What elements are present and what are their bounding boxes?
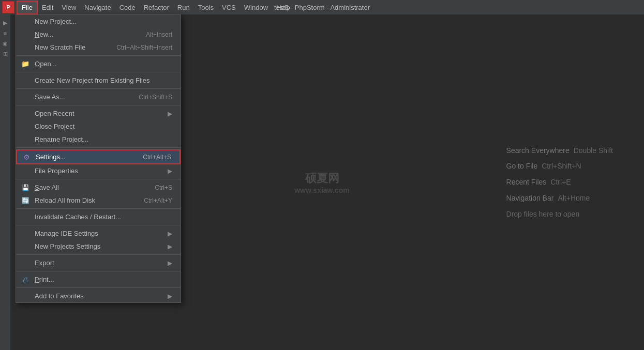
hint-drop-files: Drop files here to open: [506, 206, 613, 222]
sep1: [16, 55, 181, 56]
menu-settings[interactable]: ⚙ Settings... Ctrl+Alt+S: [16, 149, 181, 164]
hint-goto-file-key: Ctrl+Shift+N: [542, 158, 581, 174]
menu-print[interactable]: 🖨 Print...: [16, 273, 181, 286]
menu-create-from-existing-label: Create New Project from Existing Files: [35, 77, 172, 84]
sep3: [16, 88, 181, 89]
menu-edit[interactable]: Edit: [38, 2, 57, 13]
toolbar-icon-2[interactable]: ≡: [1, 29, 9, 37]
menu-rename-project-label: Rename Project...: [35, 135, 172, 143]
print-icon: 🖨: [21, 276, 29, 284]
gear-icon: ⚙: [22, 153, 31, 161]
menu-save-as-shortcut: Ctrl+Shift+S: [139, 94, 172, 101]
menu-add-to-favorites[interactable]: Add to Favorites ▶: [16, 290, 181, 302]
menu-open[interactable]: 📁 Open...: [16, 57, 181, 70]
menubar: P File Edit View Navigate Code Refactor …: [0, 0, 644, 14]
menu-print-label: Print...: [35, 276, 172, 283]
hint-recent-files: Recent Files Ctrl+E: [506, 174, 613, 190]
app-logo: P: [2, 1, 14, 13]
menu-open-label: Open...: [35, 60, 172, 68]
menu-export-label: Export: [35, 259, 168, 267]
menu-manage-ide-settings[interactable]: Manage IDE Settings ▶: [16, 227, 181, 240]
sep6: [16, 179, 181, 179]
menu-navigate[interactable]: Navigate: [80, 2, 115, 13]
sep11: [16, 287, 181, 288]
toolbar-icon-3[interactable]: ◉: [1, 39, 9, 48]
hint-goto-file-label: Go to File: [506, 158, 538, 174]
menu-refactor[interactable]: Refactor: [140, 2, 173, 13]
menu-tools[interactable]: Tools: [194, 2, 218, 13]
sep5: [16, 147, 181, 148]
menu-add-to-favorites-arrow: ▶: [168, 293, 172, 300]
menu-settings-label: Settings...: [36, 153, 132, 161]
menu-vcs[interactable]: VCS: [218, 2, 240, 13]
menu-manage-ide-settings-arrow: ▶: [168, 230, 172, 237]
menu-save-as-label: Save As...: [35, 93, 128, 101]
menu-open-recent-label: Open Recent: [35, 110, 168, 117]
hint-nav-bar-label: Navigation Bar: [506, 190, 554, 206]
sep9: [16, 254, 181, 255]
reload-icon: 🔄: [21, 196, 29, 205]
hint-search-key: Double Shift: [574, 143, 613, 159]
menu-create-from-existing[interactable]: Create New Project from Existing Files: [16, 74, 181, 87]
menu-new-shortcut: Alt+Insert: [146, 31, 172, 38]
menu-reload-all[interactable]: 🔄 Reload All from Disk Ctrl+Alt+Y: [16, 194, 181, 207]
menu-export[interactable]: Export ▶: [16, 256, 181, 269]
menu-export-arrow: ▶: [168, 260, 172, 267]
hints-panel: Search Everywhere Double Shift Go to Fil…: [506, 143, 613, 222]
menu-code[interactable]: Code: [115, 2, 140, 13]
menu-window[interactable]: Window: [240, 2, 272, 13]
menu-reload-all-label: Reload All from Disk: [35, 196, 133, 204]
watermark: 硕夏网 www.sxiaw.com: [294, 171, 349, 194]
menu-new-projects-settings-arrow: ▶: [168, 243, 172, 250]
menu-manage-ide-settings-label: Manage IDE Settings: [35, 230, 168, 237]
menu-new-scratch-label: New Scratch File: [35, 43, 106, 51]
menu-open-recent[interactable]: Open Recent ▶: [16, 107, 181, 120]
toolbar-icon-4[interactable]: ⊞: [1, 50, 9, 58]
sep4: [16, 105, 181, 105]
hint-recent-files-key: Ctrl+E: [550, 174, 571, 190]
menu-settings-shortcut: Ctrl+Alt+S: [143, 154, 171, 161]
menu-save-as[interactable]: Save As... Ctrl+Shift+S: [16, 90, 181, 103]
hint-nav-bar: Navigation Bar Alt+Home: [506, 190, 613, 206]
menu-file-properties-arrow: ▶: [168, 168, 172, 175]
folder-icon: 📁: [21, 60, 29, 68]
hint-recent-files-label: Recent Files: [506, 174, 547, 190]
menu-new-projects-settings[interactable]: New Projects Settings ▶: [16, 240, 181, 253]
file-dropdown-menu: New Project... New... Alt+Insert New Scr…: [16, 14, 181, 303]
menu-add-to-favorites-label: Add to Favorites: [35, 292, 168, 300]
menu-new-label: New...: [35, 31, 136, 38]
menu-invalidate-caches-label: Invalidate Caches / Restart...: [35, 213, 172, 221]
menu-new-project[interactable]: New Project...: [16, 15, 181, 28]
sep8: [16, 225, 181, 225]
menu-rename-project[interactable]: Rename Project...: [16, 133, 181, 146]
menu-save-all[interactable]: 💾 Save All Ctrl+S: [16, 181, 181, 194]
menu-new[interactable]: New... Alt+Insert: [16, 28, 181, 41]
menu-file-properties[interactable]: File Properties ▶: [16, 164, 181, 177]
menu-close-project-label: Close Project: [35, 123, 172, 130]
sep7: [16, 208, 181, 209]
menu-save-all-shortcut: Ctrl+S: [155, 184, 172, 191]
toolbar-icon-1[interactable]: ▶: [1, 19, 9, 27]
menu-new-scratch-shortcut: Ctrl+Alt+Shift+Insert: [116, 44, 172, 51]
menu-reload-all-shortcut: Ctrl+Alt+Y: [144, 197, 172, 204]
menu-open-recent-arrow: ▶: [168, 110, 172, 117]
window-title: test3 - PhpStorm - Administrator: [274, 4, 370, 11]
menu-close-project[interactable]: Close Project: [16, 120, 181, 133]
left-toolbar: ▶ ≡ ◉ ⊞: [0, 14, 10, 350]
save-icon: 💾: [21, 184, 29, 192]
menu-invalidate-caches[interactable]: Invalidate Caches / Restart...: [16, 210, 181, 223]
hint-goto-file: Go to File Ctrl+Shift+N: [506, 158, 613, 174]
menu-new-scratch-file[interactable]: New Scratch File Ctrl+Alt+Shift+Insert: [16, 41, 181, 54]
hint-drop-files-label: Drop files here to open: [506, 206, 580, 222]
sep10: [16, 271, 181, 271]
menu-new-projects-settings-label: New Projects Settings: [35, 242, 168, 250]
hint-search-label: Search Everywhere: [506, 143, 570, 159]
menu-view[interactable]: View: [57, 2, 80, 13]
menu-run[interactable]: Run: [173, 2, 194, 13]
menu-save-all-label: Save All: [35, 184, 144, 191]
hint-nav-bar-key: Alt+Home: [558, 190, 590, 206]
sep2: [16, 72, 181, 72]
menu-new-project-label: New Project...: [35, 18, 172, 25]
menu-file[interactable]: File: [17, 1, 38, 14]
hint-search: Search Everywhere Double Shift: [506, 143, 613, 159]
